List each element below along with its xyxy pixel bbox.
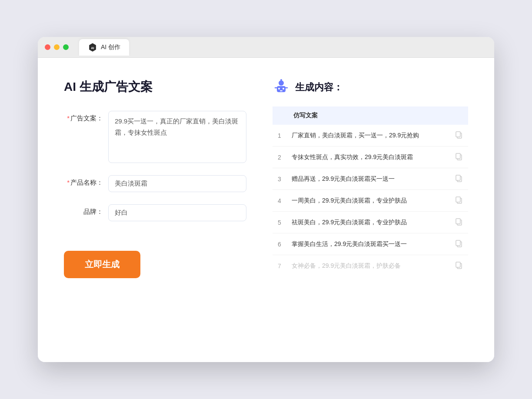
tab-label: AI 创作: [101, 43, 120, 51]
row-text: 掌握美白生活，29.9元美白淡斑霜买一送一: [286, 233, 450, 255]
ai-tab[interactable]: AI AI 创作: [79, 39, 129, 56]
row-number: 5: [273, 212, 286, 233]
minimize-button[interactable]: [54, 44, 60, 50]
copy-icon: [455, 196, 463, 204]
col-text: 仿写文案: [286, 106, 450, 125]
col-num: [273, 106, 286, 125]
copy-button[interactable]: [450, 190, 468, 212]
row-number: 1: [273, 125, 286, 146]
result-table: 仿写文案 1厂家直销，美白淡斑霜，买一送一，29.9元抢购 2专抹女性斑点，真实…: [273, 106, 468, 276]
svg-rect-12: [456, 132, 460, 137]
brand-row: 品牌： 好白: [64, 204, 246, 221]
close-button[interactable]: [45, 44, 50, 50]
titlebar: AI AI 创作: [38, 37, 494, 58]
main-content: AI 生成广告文案 *广告文案： 29.9买一送一，真正的厂家直销，美白淡斑霜，…: [38, 58, 494, 362]
row-number: 7: [273, 255, 286, 277]
copy-button[interactable]: [450, 255, 468, 277]
copy-button[interactable]: [450, 233, 468, 255]
generate-button[interactable]: 立即生成: [64, 251, 140, 278]
copy-icon: [455, 174, 463, 182]
row-number: 3: [273, 168, 286, 190]
copy-button[interactable]: [450, 212, 468, 233]
svg-rect-20: [456, 219, 460, 224]
row-text: 女神必备，29.9元美白淡斑霜，护肤必备: [286, 255, 450, 277]
right-panel: 生成内容： 仿写文案 1厂家直销，美白淡斑霜，买一送一，29.9元抢购 2专抹女…: [273, 79, 468, 341]
copy-icon: [455, 218, 463, 226]
ad-copy-label: *广告文案：: [64, 111, 103, 123]
copy-icon: [455, 239, 463, 247]
copy-button[interactable]: [450, 125, 468, 146]
row-number: 4: [273, 190, 286, 212]
maximize-button[interactable]: [63, 44, 69, 50]
result-header: 生成内容：: [273, 79, 468, 96]
svg-rect-6: [280, 90, 283, 91]
svg-rect-18: [456, 197, 460, 202]
svg-rect-14: [456, 153, 460, 159]
ad-copy-row: *广告文案： 29.9买一送一，真正的厂家直销，美白淡斑霜，专抹女性斑点: [64, 111, 246, 163]
svg-point-4: [278, 88, 280, 90]
page-title: AI 生成广告文案: [64, 79, 246, 95]
row-text: 专抹女性斑点，真实功效，29.9元美白淡斑霜: [286, 146, 450, 168]
ai-tab-icon: AI: [88, 43, 97, 52]
row-text: 祛斑美白，29.9元美白淡斑霜，专业护肤品: [286, 212, 450, 233]
ad-copy-textarea[interactable]: 29.9买一送一，真正的厂家直销，美白淡斑霜，专抹女性斑点: [108, 111, 246, 163]
table-row: 6掌握美白生活，29.9元美白淡斑霜买一送一: [273, 233, 468, 255]
copy-button[interactable]: [450, 146, 468, 168]
copy-icon: [455, 131, 463, 139]
table-row: 5祛斑美白，29.9元美白淡斑霜，专业护肤品: [273, 212, 468, 233]
col-copy: [450, 106, 468, 125]
svg-rect-16: [456, 175, 460, 180]
row-text: 一周美白，29.9元美白淡斑霜，专业护肤品: [286, 190, 450, 212]
row-number: 6: [273, 233, 286, 255]
svg-rect-24: [456, 262, 460, 267]
copy-button[interactable]: [450, 168, 468, 190]
table-row: 1厂家直销，美白淡斑霜，买一送一，29.9元抢购: [273, 125, 468, 146]
brand-input[interactable]: 好白: [108, 204, 246, 221]
table-row: 2专抹女性斑点，真实功效，29.9元美白淡斑霜: [273, 146, 468, 168]
row-text: 赠品再送，29.9元美白淡斑霜买一送一: [286, 168, 450, 190]
product-name-label: *产品名称：: [64, 175, 103, 187]
robot-icon: [273, 79, 290, 96]
svg-point-5: [283, 88, 284, 90]
svg-text:AI: AI: [91, 46, 94, 50]
brand-label: 品牌：: [64, 204, 103, 216]
product-name-input[interactable]: 美白淡斑霜: [108, 175, 246, 192]
row-text: 厂家直销，美白淡斑霜，买一送一，29.9元抢购: [286, 125, 450, 146]
table-row: 7女神必备，29.9元美白淡斑霜，护肤必备: [273, 255, 468, 277]
required-star-2: *: [67, 179, 70, 186]
copy-icon: [455, 153, 463, 160]
required-star-1: *: [67, 114, 70, 122]
left-panel: AI 生成广告文案 *广告文案： 29.9买一送一，真正的厂家直销，美白淡斑霜，…: [64, 79, 246, 341]
row-number: 2: [273, 146, 286, 168]
table-row: 3赠品再送，29.9元美白淡斑霜买一送一: [273, 168, 468, 190]
svg-point-8: [280, 79, 282, 81]
product-name-row: *产品名称： 美白淡斑霜: [64, 175, 246, 192]
browser-window: AI AI 创作 AI 生成广告文案 *广告文案： 29.9买一送一，真正的厂家…: [38, 37, 494, 362]
svg-rect-22: [456, 240, 460, 246]
copy-icon: [455, 261, 463, 269]
result-title: 生成内容：: [295, 81, 343, 94]
table-row: 4一周美白，29.9元美白淡斑霜，专业护肤品: [273, 190, 468, 212]
